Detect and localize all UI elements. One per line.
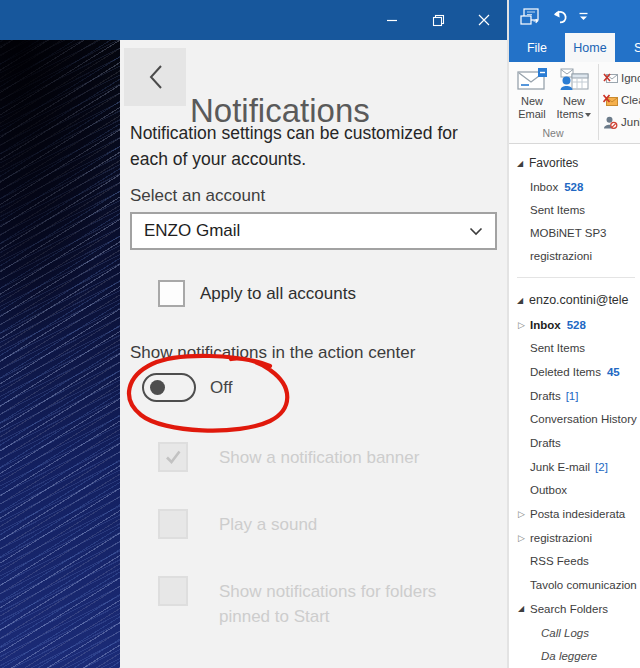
option-label: Play a sound — [219, 509, 317, 539]
folder-item[interactable]: ▷Posta indesiderata — [509, 502, 640, 526]
minimize-button[interactable] — [369, 0, 415, 40]
option-label: Show a notification banner — [219, 442, 419, 472]
tab-file[interactable]: File — [515, 33, 559, 62]
junk-icon — [603, 116, 618, 129]
screen: Notifications Notification settings can … — [0, 0, 640, 668]
folder-label: Search Folders — [530, 603, 608, 615]
delete-group-buttons: Ignore Clean Up — [603, 67, 640, 133]
unread-count: 45 — [607, 366, 620, 378]
close-button[interactable] — [461, 0, 507, 40]
send-receive-icon[interactable] — [520, 8, 541, 26]
collapse-icon[interactable]: ◢ — [517, 296, 529, 305]
folder-label: Drafts — [530, 437, 561, 449]
ignore-button[interactable]: Ignore — [603, 67, 640, 89]
new-email-button[interactable]: New Email — [512, 66, 552, 121]
new-items-icon — [554, 66, 594, 93]
folder-item[interactable]: Outbox — [509, 479, 640, 503]
restore-button[interactable] — [415, 0, 461, 40]
action-center-label: Show notifications in the action center — [130, 343, 415, 363]
tab-home[interactable]: Home — [565, 33, 615, 62]
folder-item[interactable]: Drafts — [509, 431, 640, 455]
folder-pane: ◢FavoritesInbox528Sent ItemsMOBiNET SP3r… — [509, 144, 640, 668]
outlook-quick-access-toolbar — [509, 0, 640, 33]
new-items-text: New Items — [557, 95, 585, 120]
collapse-icon[interactable]: ◢ — [517, 159, 529, 168]
folder-item[interactable]: Drafts[1] — [509, 384, 640, 408]
tab-send-receive[interactable]: Send / Receive — [634, 33, 640, 62]
back-button[interactable] — [124, 48, 186, 106]
chevron-down-icon — [469, 227, 483, 236]
expand-icon[interactable]: ▷ — [518, 533, 530, 543]
folder-item[interactable]: MOBiNET SP3 — [509, 221, 640, 244]
notifications-settings-panel: Notifications Notification settings can … — [120, 40, 507, 668]
folder-item[interactable]: registrazioni — [509, 245, 640, 268]
folder-label: MOBiNET SP3 — [530, 227, 606, 239]
account-dropdown-value: ENZO Gmail — [144, 221, 469, 241]
folder-item[interactable]: Conversation History — [509, 408, 640, 432]
account-dropdown[interactable]: ENZO Gmail — [130, 212, 497, 250]
folder-label: Da leggere — [541, 650, 597, 662]
new-email-icon — [512, 66, 552, 93]
folder-item[interactable]: Inbox528 — [509, 175, 640, 198]
folder-label: Favorites — [529, 156, 578, 170]
folder-label: RSS Feeds — [530, 555, 589, 567]
collapse-icon[interactable]: ◢ — [518, 604, 530, 613]
folder-item[interactable]: Tavolo comunicazion — [509, 573, 640, 597]
folder-label: Sent Items — [530, 204, 585, 216]
select-account-label: Select an account — [130, 186, 265, 206]
folder-item[interactable]: Call Logs — [509, 621, 640, 645]
settings-description: Notification settings can be customized … — [130, 120, 488, 172]
outlook-window: File Home Send / Receive New Email — [509, 0, 640, 668]
ignore-label: Ignore — [621, 72, 640, 84]
junk-button[interactable]: Junk — [603, 111, 640, 133]
folder-label: Conversation History — [530, 413, 637, 425]
folder-group-header[interactable]: ◢Favorites — [509, 151, 640, 175]
item-count: [1] — [566, 390, 579, 402]
folder-item[interactable]: ▷registrazioni — [509, 526, 640, 550]
folder-item[interactable]: ▷Inbox528 — [509, 313, 640, 337]
folder-item[interactable]: Sent Items — [509, 336, 640, 360]
apply-all-checkbox[interactable] — [158, 280, 185, 307]
folder-label: Call Logs — [541, 627, 589, 639]
expand-icon[interactable]: ▷ — [518, 509, 530, 519]
ribbon-group-separator — [598, 64, 599, 140]
action-center-toggle[interactable] — [142, 373, 196, 402]
clean-up-button[interactable]: Clean Up — [603, 89, 640, 111]
separator-line — [517, 277, 635, 278]
folder-item[interactable]: Sent Items — [509, 198, 640, 221]
unread-count: 528 — [567, 319, 586, 331]
new-items-button[interactable]: New Items — [554, 66, 594, 121]
customize-qat-icon[interactable] — [579, 12, 588, 22]
folder-label: Drafts — [530, 390, 561, 402]
checkbox-disabled — [158, 509, 188, 539]
folder-item[interactable]: RSS Feeds — [509, 550, 640, 574]
folder-label: registrazioni — [530, 532, 592, 544]
ribbon-group-label-new: New — [509, 127, 597, 139]
expand-icon[interactable]: ▷ — [518, 320, 530, 330]
new-items-label: New Items — [554, 95, 594, 121]
item-count: [2] — [595, 461, 608, 473]
toggle-state-label: Off — [210, 378, 232, 398]
folder-label: Tavolo comunicazion — [530, 579, 637, 591]
folder-label: Sent Items — [530, 342, 585, 354]
minimize-icon — [386, 14, 398, 26]
checkmark-icon — [163, 447, 183, 467]
disabled-notification-options: Show a notification bannerPlay a soundSh… — [158, 442, 488, 666]
folder-group-header[interactable]: ◢enzo.contini@tele — [509, 288, 640, 313]
folder-separator — [509, 268, 640, 288]
checkbox-checked-disabled — [158, 442, 188, 472]
clean-up-label: Clean Up — [621, 94, 640, 106]
ribbon: New Email New Items New — [509, 62, 640, 144]
folder-item[interactable]: Deleted Items45 — [509, 360, 640, 384]
notification-option-row: Show a notification banner — [158, 442, 488, 472]
folder-item[interactable]: Da leggere — [509, 644, 640, 668]
back-chevron-icon — [147, 64, 164, 90]
checkbox-disabled — [158, 576, 188, 606]
dropdown-arrow-icon — [585, 113, 591, 117]
undo-icon[interactable] — [551, 9, 569, 24]
toggle-knob — [150, 380, 165, 395]
folder-item[interactable]: Junk E-mail[2] — [509, 455, 640, 479]
folder-label: registrazioni — [530, 250, 592, 262]
folder-item[interactable]: ◢Search Folders — [509, 597, 640, 621]
folder-label: Outbox — [530, 484, 567, 496]
